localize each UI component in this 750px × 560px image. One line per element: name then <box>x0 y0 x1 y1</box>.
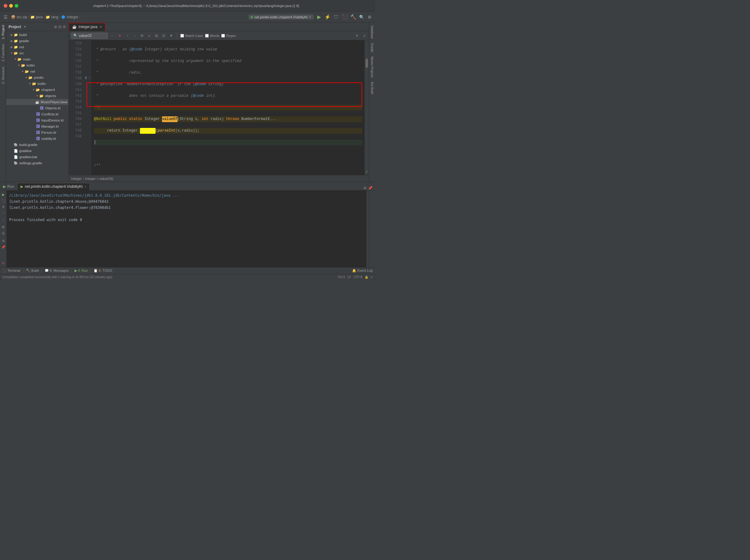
bottom-settings-icon[interactable]: ⚙ <box>363 186 367 190</box>
scroll-down-button[interactable]: ↓ <box>1 216 6 222</box>
find-clear-button[interactable]: ✕ <box>117 33 122 39</box>
messages-button[interactable]: 💬 0: Messages <box>45 269 69 273</box>
editor-tab-integerjava[interactable]: ☕ Integer.java ✕ <box>69 23 105 31</box>
find-prev-button[interactable]: ← <box>110 33 115 39</box>
ant-tab[interactable]: Ant Build <box>370 80 374 96</box>
breadcrumb-srczip[interactable]: 📦 src.zip <box>11 15 27 19</box>
tree-item-objectskt[interactable]: 🅺 Objects.kt <box>6 105 68 111</box>
tree-item-musicplayerjava[interactable]: ☕ MusicPlayerJava <box>6 99 68 105</box>
find-filter-button[interactable]: ≡ <box>146 33 152 39</box>
find-extra2-button[interactable]: ⊟ <box>161 33 166 39</box>
breadcrumb-integer[interactable]: 🔷 Integer <box>61 15 78 19</box>
tree-item-kotlin2[interactable]: ▼ 📂 kotlin <box>6 81 68 87</box>
code-line-743: /** <box>94 163 362 169</box>
breadcrumb-class: Integer <box>71 177 82 181</box>
charset[interactable]: UTF-8 <box>354 275 362 279</box>
terminal-button[interactable]: ⬛ Terminal <box>2 269 20 273</box>
structure-tab[interactable]: Z: Structure <box>0 64 6 86</box>
breadcrumb-java[interactable]: 📁 java <box>30 15 42 19</box>
collapse-icon[interactable]: ⊟ <box>58 25 61 29</box>
tree-item-chapter4[interactable]: ▼ 📂 chapter4 <box>6 87 68 93</box>
maximize-button[interactable] <box>15 4 18 8</box>
todo-button[interactable]: 📋 6: TODO <box>94 269 112 273</box>
scroll-bottom-check: ✓ <box>366 169 368 174</box>
project-tab[interactable]: 1: Project <box>0 23 6 42</box>
find-extra-button[interactable]: ⊞ <box>154 33 159 39</box>
find-filter2-button[interactable]: ▼ <box>169 33 174 39</box>
code-content[interactable]: * @return an {@code Integer} object hold… <box>92 40 364 175</box>
run-again-button[interactable]: ▶ <box>1 192 6 197</box>
tree-item-net[interactable]: ▼ 📂 net <box>6 68 68 75</box>
search-icon[interactable]: 🔍 <box>358 14 364 20</box>
panel-dropdown-arrow[interactable]: ▼ <box>23 25 26 28</box>
bottom-tab-run[interactable]: ▶ Run <box>0 183 17 190</box>
pin-button[interactable]: 📌 <box>1 244 6 250</box>
tree-item-println[interactable]: ▼ 📂 println <box>6 75 68 81</box>
match-case-checkbox[interactable] <box>180 34 184 38</box>
scroll-up-button[interactable]: ↑ <box>1 210 6 215</box>
maven-tab[interactable]: Maven Projects <box>370 55 374 79</box>
tree-item-buildgradle[interactable]: 🐘 build.gradle <box>6 142 68 148</box>
tree-item-objects[interactable]: ▼ 📂 objects <box>6 93 68 99</box>
line-ending[interactable]: LF <box>348 275 351 279</box>
tree-item-kotlin1[interactable]: ▼ 📂 kotlin <box>6 62 68 68</box>
regex-checkbox[interactable] <box>221 34 225 38</box>
close-button[interactable] <box>4 4 7 8</box>
find-next-down-button[interactable]: ↓ <box>132 33 137 39</box>
tree-item-main[interactable]: ▼ 📂 main <box>6 56 68 62</box>
build-button2[interactable]: 🔨 Build <box>26 269 39 273</box>
tree-item-src[interactable]: ▼ 📂 src <box>6 50 68 56</box>
build-button[interactable]: 🔨 <box>350 14 357 20</box>
close-run-button[interactable]: ✕ <box>1 261 6 266</box>
filter-button[interactable]: ⚙ <box>1 238 6 244</box>
sync-icon[interactable]: ⊕ <box>54 25 57 29</box>
find-input[interactable] <box>79 34 103 38</box>
tree-item-gradle[interactable]: ▶ 📁 gradle <box>6 38 68 44</box>
tree-item-gradlew[interactable]: 📄 gradlew <box>6 148 68 154</box>
coverage-button[interactable]: 🛡 <box>333 14 339 20</box>
tree-item-settingsgradle[interactable]: 🐘 settings.gradle <box>6 160 68 166</box>
pause-button[interactable]: ⏸ <box>1 204 6 209</box>
stop-button[interactable]: ⬛ <box>341 14 348 20</box>
find-settings-button[interactable]: ⚙ <box>139 33 144 39</box>
tree-item-gradlewbat[interactable]: 📄 gradlew.bat <box>6 154 68 160</box>
tree-item-inputdevicekt[interactable]: 🅺 InputDevice.kt <box>6 117 68 123</box>
tree-item-visiblitykt[interactable]: 🅺 visiblity.kt <box>6 136 68 142</box>
tree-arrow: ▶ <box>10 33 14 37</box>
gradle-tab[interactable]: Gradle <box>370 41 374 54</box>
run-configuration[interactable]: ▶ net.println.kotlin.chapter4.VisiblityK… <box>249 14 314 20</box>
find-close-button[interactable]: ✕ <box>354 33 360 39</box>
vertical-scrollbar[interactable]: ✓ <box>364 40 369 175</box>
stop-button2[interactable]: ⬛ <box>1 198 6 203</box>
tree-item-managerkt[interactable]: 🅺 Manager.kt <box>6 123 68 129</box>
bottom-tab-visiblitykt[interactable]: ▶ net.println.kotlin.chapter4.VisiblityK… <box>17 183 90 190</box>
favorites-tab[interactable]: 2: Favorites <box>0 42 6 64</box>
print-button[interactable]: 🖨 <box>1 230 6 236</box>
event-log-button[interactable]: 🔔 Event Log <box>352 269 373 273</box>
folder-open-icon: 📂 <box>21 63 26 68</box>
database-tab[interactable]: Database <box>370 24 374 41</box>
run-button3[interactable]: ▶ 4: Run <box>75 269 88 273</box>
minimize-button[interactable] <box>9 4 13 8</box>
gear-icon[interactable]: ⚙ <box>63 25 66 29</box>
output-scrollbar[interactable] <box>367 190 369 267</box>
debug-button[interactable]: ⚡ <box>324 14 331 20</box>
window-title: chapter4 [~/TestSpace/chapter4] - ~/Libr… <box>21 4 371 8</box>
tree-item-personkt[interactable]: 🅺 Person.kt <box>6 129 68 136</box>
tab-close-button[interactable]: ✕ <box>99 25 102 29</box>
scrollbar-thumb[interactable] <box>366 59 368 68</box>
tab2-close-button[interactable]: ✕ <box>84 185 86 188</box>
words-checkbox[interactable] <box>205 34 209 38</box>
breadcrumb-lang[interactable]: 📁 lang <box>45 15 58 19</box>
cursor-position[interactable]: 741:5 <box>337 275 345 279</box>
bottom-pin-icon[interactable]: 📌 <box>368 186 373 190</box>
editor-tabs: ☕ Integer.java ✕ <box>69 23 369 31</box>
settings-icon[interactable]: ⚙ <box>367 14 373 20</box>
find-next-up-button[interactable]: ↑ <box>124 33 130 39</box>
folder-open-icon: 📂 <box>14 51 18 56</box>
tree-item-conflictskt[interactable]: 🅺 Conflicts.kt <box>6 111 68 117</box>
tree-item-build[interactable]: ▶ 📁 build <box>6 32 68 38</box>
tree-item-out[interactable]: ▶ 📁 out <box>6 44 68 50</box>
soft-wrap-button[interactable]: ⊞ <box>1 224 6 230</box>
run-button[interactable]: ▶ <box>316 14 322 20</box>
